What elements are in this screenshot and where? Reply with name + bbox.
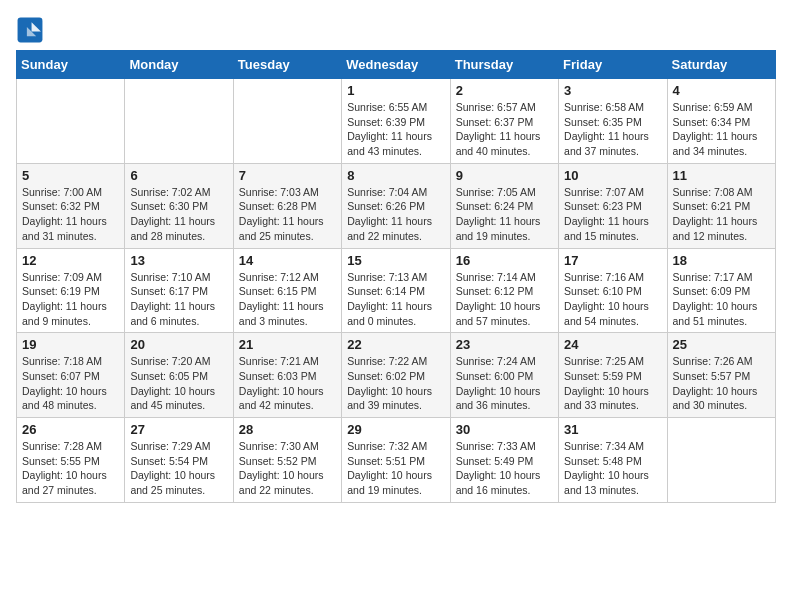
weekday-header-thursday: Thursday <box>450 51 558 79</box>
day-number: 5 <box>22 168 119 183</box>
calendar-cell: 8Sunrise: 7:04 AM Sunset: 6:26 PM Daylig… <box>342 163 450 248</box>
day-number: 8 <box>347 168 444 183</box>
day-number: 7 <box>239 168 336 183</box>
calendar-cell: 22Sunrise: 7:22 AM Sunset: 6:02 PM Dayli… <box>342 333 450 418</box>
day-info: Sunrise: 7:05 AM Sunset: 6:24 PM Dayligh… <box>456 185 553 244</box>
day-info: Sunrise: 7:28 AM Sunset: 5:55 PM Dayligh… <box>22 439 119 498</box>
day-info: Sunrise: 7:21 AM Sunset: 6:03 PM Dayligh… <box>239 354 336 413</box>
day-info: Sunrise: 7:16 AM Sunset: 6:10 PM Dayligh… <box>564 270 661 329</box>
calendar-header-row: SundayMondayTuesdayWednesdayThursdayFrid… <box>17 51 776 79</box>
day-info: Sunrise: 7:03 AM Sunset: 6:28 PM Dayligh… <box>239 185 336 244</box>
day-number: 13 <box>130 253 227 268</box>
day-number: 22 <box>347 337 444 352</box>
day-number: 6 <box>130 168 227 183</box>
calendar-cell: 3Sunrise: 6:58 AM Sunset: 6:35 PM Daylig… <box>559 79 667 164</box>
day-number: 25 <box>673 337 770 352</box>
calendar-cell: 31Sunrise: 7:34 AM Sunset: 5:48 PM Dayli… <box>559 418 667 503</box>
calendar-week-row: 5Sunrise: 7:00 AM Sunset: 6:32 PM Daylig… <box>17 163 776 248</box>
day-number: 24 <box>564 337 661 352</box>
day-info: Sunrise: 7:02 AM Sunset: 6:30 PM Dayligh… <box>130 185 227 244</box>
day-info: Sunrise: 7:09 AM Sunset: 6:19 PM Dayligh… <box>22 270 119 329</box>
calendar-cell: 12Sunrise: 7:09 AM Sunset: 6:19 PM Dayli… <box>17 248 125 333</box>
day-info: Sunrise: 7:22 AM Sunset: 6:02 PM Dayligh… <box>347 354 444 413</box>
calendar-cell: 19Sunrise: 7:18 AM Sunset: 6:07 PM Dayli… <box>17 333 125 418</box>
calendar-cell: 25Sunrise: 7:26 AM Sunset: 5:57 PM Dayli… <box>667 333 775 418</box>
calendar-cell: 17Sunrise: 7:16 AM Sunset: 6:10 PM Dayli… <box>559 248 667 333</box>
weekday-header-monday: Monday <box>125 51 233 79</box>
day-number: 19 <box>22 337 119 352</box>
logo-icon <box>16 16 44 44</box>
day-number: 1 <box>347 83 444 98</box>
day-number: 4 <box>673 83 770 98</box>
calendar-cell: 28Sunrise: 7:30 AM Sunset: 5:52 PM Dayli… <box>233 418 341 503</box>
calendar-cell: 7Sunrise: 7:03 AM Sunset: 6:28 PM Daylig… <box>233 163 341 248</box>
day-number: 10 <box>564 168 661 183</box>
weekday-header-sunday: Sunday <box>17 51 125 79</box>
day-number: 31 <box>564 422 661 437</box>
day-info: Sunrise: 7:12 AM Sunset: 6:15 PM Dayligh… <box>239 270 336 329</box>
day-number: 15 <box>347 253 444 268</box>
weekday-header-friday: Friday <box>559 51 667 79</box>
calendar-cell: 5Sunrise: 7:00 AM Sunset: 6:32 PM Daylig… <box>17 163 125 248</box>
day-info: Sunrise: 7:25 AM Sunset: 5:59 PM Dayligh… <box>564 354 661 413</box>
calendar-cell: 16Sunrise: 7:14 AM Sunset: 6:12 PM Dayli… <box>450 248 558 333</box>
day-info: Sunrise: 7:18 AM Sunset: 6:07 PM Dayligh… <box>22 354 119 413</box>
day-info: Sunrise: 7:30 AM Sunset: 5:52 PM Dayligh… <box>239 439 336 498</box>
day-number: 16 <box>456 253 553 268</box>
calendar-week-row: 19Sunrise: 7:18 AM Sunset: 6:07 PM Dayli… <box>17 333 776 418</box>
calendar-cell: 1Sunrise: 6:55 AM Sunset: 6:39 PM Daylig… <box>342 79 450 164</box>
logo <box>16 16 48 44</box>
day-info: Sunrise: 7:08 AM Sunset: 6:21 PM Dayligh… <box>673 185 770 244</box>
calendar-cell <box>17 79 125 164</box>
day-number: 2 <box>456 83 553 98</box>
day-info: Sunrise: 7:26 AM Sunset: 5:57 PM Dayligh… <box>673 354 770 413</box>
calendar-cell: 13Sunrise: 7:10 AM Sunset: 6:17 PM Dayli… <box>125 248 233 333</box>
calendar-cell <box>667 418 775 503</box>
day-number: 3 <box>564 83 661 98</box>
calendar-cell <box>233 79 341 164</box>
day-number: 27 <box>130 422 227 437</box>
day-number: 20 <box>130 337 227 352</box>
calendar-week-row: 1Sunrise: 6:55 AM Sunset: 6:39 PM Daylig… <box>17 79 776 164</box>
day-info: Sunrise: 7:04 AM Sunset: 6:26 PM Dayligh… <box>347 185 444 244</box>
calendar-week-row: 26Sunrise: 7:28 AM Sunset: 5:55 PM Dayli… <box>17 418 776 503</box>
day-info: Sunrise: 7:33 AM Sunset: 5:49 PM Dayligh… <box>456 439 553 498</box>
day-number: 21 <box>239 337 336 352</box>
day-number: 23 <box>456 337 553 352</box>
day-number: 12 <box>22 253 119 268</box>
calendar-cell: 23Sunrise: 7:24 AM Sunset: 6:00 PM Dayli… <box>450 333 558 418</box>
day-info: Sunrise: 7:07 AM Sunset: 6:23 PM Dayligh… <box>564 185 661 244</box>
calendar-cell: 11Sunrise: 7:08 AM Sunset: 6:21 PM Dayli… <box>667 163 775 248</box>
day-info: Sunrise: 6:55 AM Sunset: 6:39 PM Dayligh… <box>347 100 444 159</box>
day-info: Sunrise: 7:00 AM Sunset: 6:32 PM Dayligh… <box>22 185 119 244</box>
day-info: Sunrise: 6:57 AM Sunset: 6:37 PM Dayligh… <box>456 100 553 159</box>
day-info: Sunrise: 7:14 AM Sunset: 6:12 PM Dayligh… <box>456 270 553 329</box>
calendar-cell: 10Sunrise: 7:07 AM Sunset: 6:23 PM Dayli… <box>559 163 667 248</box>
calendar-cell: 20Sunrise: 7:20 AM Sunset: 6:05 PM Dayli… <box>125 333 233 418</box>
calendar-cell: 15Sunrise: 7:13 AM Sunset: 6:14 PM Dayli… <box>342 248 450 333</box>
calendar-cell: 27Sunrise: 7:29 AM Sunset: 5:54 PM Dayli… <box>125 418 233 503</box>
day-info: Sunrise: 7:29 AM Sunset: 5:54 PM Dayligh… <box>130 439 227 498</box>
day-info: Sunrise: 7:17 AM Sunset: 6:09 PM Dayligh… <box>673 270 770 329</box>
weekday-header-saturday: Saturday <box>667 51 775 79</box>
calendar-cell: 4Sunrise: 6:59 AM Sunset: 6:34 PM Daylig… <box>667 79 775 164</box>
day-number: 14 <box>239 253 336 268</box>
day-number: 18 <box>673 253 770 268</box>
calendar-week-row: 12Sunrise: 7:09 AM Sunset: 6:19 PM Dayli… <box>17 248 776 333</box>
calendar-cell: 29Sunrise: 7:32 AM Sunset: 5:51 PM Dayli… <box>342 418 450 503</box>
page-header <box>16 16 776 44</box>
calendar-cell: 6Sunrise: 7:02 AM Sunset: 6:30 PM Daylig… <box>125 163 233 248</box>
calendar-cell: 18Sunrise: 7:17 AM Sunset: 6:09 PM Dayli… <box>667 248 775 333</box>
day-info: Sunrise: 7:34 AM Sunset: 5:48 PM Dayligh… <box>564 439 661 498</box>
day-info: Sunrise: 7:20 AM Sunset: 6:05 PM Dayligh… <box>130 354 227 413</box>
calendar-cell: 30Sunrise: 7:33 AM Sunset: 5:49 PM Dayli… <box>450 418 558 503</box>
day-number: 28 <box>239 422 336 437</box>
day-info: Sunrise: 7:32 AM Sunset: 5:51 PM Dayligh… <box>347 439 444 498</box>
calendar-table: SundayMondayTuesdayWednesdayThursdayFrid… <box>16 50 776 503</box>
calendar-cell: 26Sunrise: 7:28 AM Sunset: 5:55 PM Dayli… <box>17 418 125 503</box>
calendar-cell: 24Sunrise: 7:25 AM Sunset: 5:59 PM Dayli… <box>559 333 667 418</box>
day-info: Sunrise: 7:10 AM Sunset: 6:17 PM Dayligh… <box>130 270 227 329</box>
day-number: 29 <box>347 422 444 437</box>
day-info: Sunrise: 7:24 AM Sunset: 6:00 PM Dayligh… <box>456 354 553 413</box>
day-number: 9 <box>456 168 553 183</box>
